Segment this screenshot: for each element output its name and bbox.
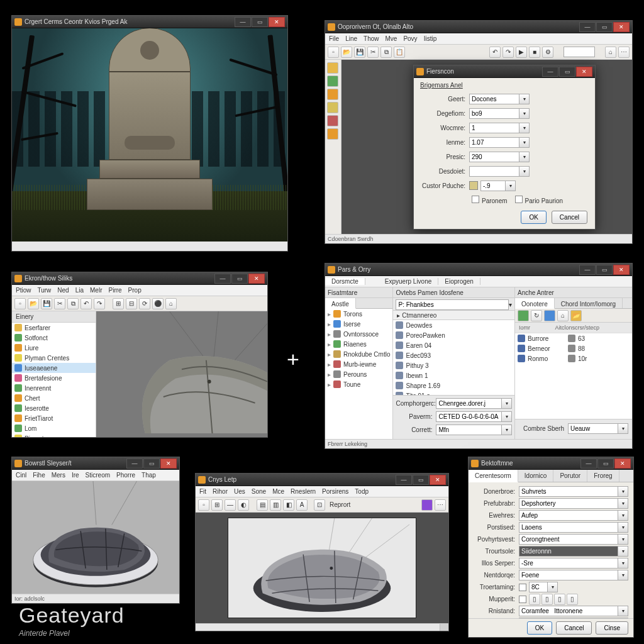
tool-redo-icon[interactable]: ↷: [502, 47, 514, 58]
checkbox-1[interactable]: Paronem: [472, 196, 508, 204]
tb-6[interactable]: ↶: [80, 298, 92, 309]
tool-stop-icon[interactable]: ■: [529, 47, 540, 58]
chevron-down-icon[interactable]: ▾: [618, 606, 628, 616]
scrollbar-corner[interactable]: [440, 624, 448, 631]
close-button[interactable]: ✕: [614, 458, 631, 469]
close-button[interactable]: ✕: [160, 458, 177, 469]
menu-item[interactable]: Mers: [52, 472, 65, 479]
tab[interactable]: Froreg: [587, 470, 619, 482]
tb-7[interactable]: ↷: [94, 298, 105, 309]
maximize-button[interactable]: ▭: [596, 265, 613, 275]
chevron-down-icon[interactable]: ▾: [618, 423, 628, 434]
field-input[interactable]: [519, 546, 618, 557]
tb-8[interactable]: ⊞: [113, 298, 124, 309]
category-item[interactable]: ▸Rnokdube Cmtlo: [325, 349, 392, 359]
vis-icon[interactable]: [568, 335, 575, 342]
menu-item[interactable]: Mce: [272, 488, 284, 495]
align-3[interactable]: ▯: [554, 594, 565, 605]
close-button[interactable]: ✕: [613, 265, 630, 275]
menu-item[interactable]: Phorre: [116, 472, 135, 479]
spin-input[interactable]: [529, 582, 548, 592]
chevron-down-icon[interactable]: ▾: [618, 498, 628, 509]
tb-2[interactable]: 📂: [28, 298, 39, 309]
tab[interactable]: Idornico: [518, 470, 554, 482]
field-input[interactable]: [519, 570, 618, 580]
menu-item[interactable]: Line: [345, 35, 357, 42]
field-input[interactable]: [519, 498, 618, 509]
tab[interactable]: Expyuerp Livone: [379, 278, 439, 285]
tab[interactable]: Oonotere: [515, 298, 555, 309]
field-input[interactable]: [469, 123, 519, 133]
layer-row[interactable]: Burrore63: [515, 333, 632, 343]
checkbox-2[interactable]: Pario Paurion: [515, 196, 564, 204]
field-input[interactable]: [436, 425, 502, 435]
side-tool-6[interactable]: [327, 128, 338, 140]
menu-item[interactable]: Thap: [142, 472, 156, 479]
list-item[interactable]: Ibewn 1: [393, 370, 514, 380]
titlebar[interactable]: Ooprorivern Ot, Olnalb Alto — ▭ ✕: [325, 21, 632, 33]
tb-1[interactable]: ▫: [198, 499, 209, 511]
ok-button[interactable]: OK: [527, 621, 552, 635]
rt-3[interactable]: [544, 310, 555, 321]
maximize-button[interactable]: ▭: [596, 22, 613, 32]
tree-item[interactable]: Plyman Crentes: [12, 353, 96, 363]
asset-tree[interactable]: EserfarerSotfonctLiurePlyman CrentesIuse…: [12, 323, 96, 437]
tree-item[interactable]: Iuseaeaene: [12, 363, 96, 373]
checkbox[interactable]: [519, 596, 526, 603]
tb-2[interactable]: ⊞: [211, 499, 223, 511]
chevron-down-icon[interactable]: ▾: [519, 94, 530, 104]
tb-3[interactable]: —: [225, 499, 236, 511]
tb-10[interactable]: [421, 499, 433, 511]
blend-dropdown[interactable]: [568, 423, 618, 434]
category-item[interactable]: ▸Ovntorssoce: [325, 329, 392, 339]
tree-item[interactable]: Brertafesione: [12, 373, 96, 383]
menu-item[interactable]: Todp: [355, 488, 369, 495]
top-tabs[interactable]: DorsmcteExpyuerp LivoneEioprogen: [325, 276, 632, 287]
chevron-down-icon[interactable]: ▾: [519, 152, 530, 162]
close-button[interactable]: ✕: [430, 475, 446, 485]
menu-item[interactable]: Porsirens: [322, 488, 348, 495]
menu-bar[interactable]: FileLineThowMvePovyIistip: [325, 33, 632, 45]
tab[interactable]: Chord Intorr/Iomorg: [555, 298, 623, 308]
3d-viewport[interactable]: [96, 311, 267, 437]
minimize-button[interactable]: —: [235, 17, 251, 27]
tb-9[interactable]: ⊟: [126, 298, 137, 309]
minimize-button[interactable]: —: [214, 274, 231, 284]
field-input[interactable]: [469, 137, 519, 148]
align-4[interactable]: ▯: [567, 594, 578, 605]
minimize-button[interactable]: —: [580, 458, 597, 469]
chevron-down-icon[interactable]: ▾: [618, 534, 628, 545]
tool-new-icon[interactable]: ▫: [328, 47, 339, 58]
chevron-down-icon[interactable]: ▾: [618, 510, 628, 521]
tab[interactable]: Eioprogen: [438, 278, 480, 285]
chevron-down-icon[interactable]: ▾: [502, 411, 512, 422]
chevron-down-icon[interactable]: ▾: [519, 166, 530, 177]
menu-item[interactable]: Ned: [57, 287, 69, 294]
minimize-button[interactable]: —: [579, 265, 596, 275]
maximize-button[interactable]: ▭: [559, 67, 575, 77]
side-tool-5[interactable]: [327, 115, 338, 126]
layer-list[interactable]: Burrore63Berneor88Ronmo10r: [515, 333, 632, 419]
3d-viewport[interactable]: [12, 481, 179, 594]
tb-4[interactable]: ✂: [54, 298, 65, 309]
menu-item[interactable]: Cinl: [16, 472, 26, 479]
tool-paste-icon[interactable]: 📋: [394, 47, 405, 58]
group-label[interactable]: Ctmannereo: [402, 312, 436, 319]
rt-5[interactable]: 📂: [570, 310, 582, 321]
rt-4[interactable]: ⌂: [557, 310, 569, 321]
chevron-down-icon[interactable]: ▾: [502, 425, 512, 435]
chevron-down-icon[interactable]: ▾: [506, 180, 516, 191]
menu-item[interactable]: Fihe: [33, 472, 45, 479]
menu-item[interactable]: Rihor: [213, 488, 228, 495]
tree-item[interactable]: Ieserotte: [12, 403, 96, 413]
menu-item[interactable]: Fit: [199, 488, 206, 495]
rt-1[interactable]: [518, 310, 529, 321]
menu-item[interactable]: Rneslern: [291, 488, 316, 495]
list-item[interactable]: Earen 04: [393, 340, 514, 350]
layer-row[interactable]: Ronmo10r: [515, 353, 632, 364]
menu-bar[interactable]: PtiowTurwNedLiaMelrPirreProp: [12, 285, 267, 296]
left-tab[interactable]: Aostle: [325, 298, 356, 309]
category-item[interactable]: ▸Torons: [325, 309, 392, 319]
minimize-button[interactable]: —: [542, 67, 558, 77]
tab[interactable]: Porutor: [553, 470, 587, 482]
